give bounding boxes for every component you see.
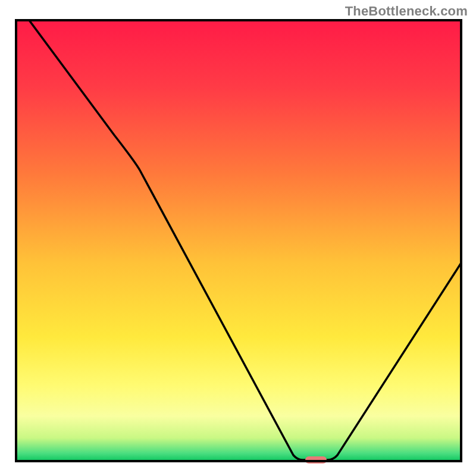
chart-svg <box>0 0 476 476</box>
watermark-label: TheBottleneck.com <box>345 4 468 19</box>
heat-gradient-fill <box>17 21 460 460</box>
chart-canvas: TheBottleneck.com <box>0 0 476 476</box>
